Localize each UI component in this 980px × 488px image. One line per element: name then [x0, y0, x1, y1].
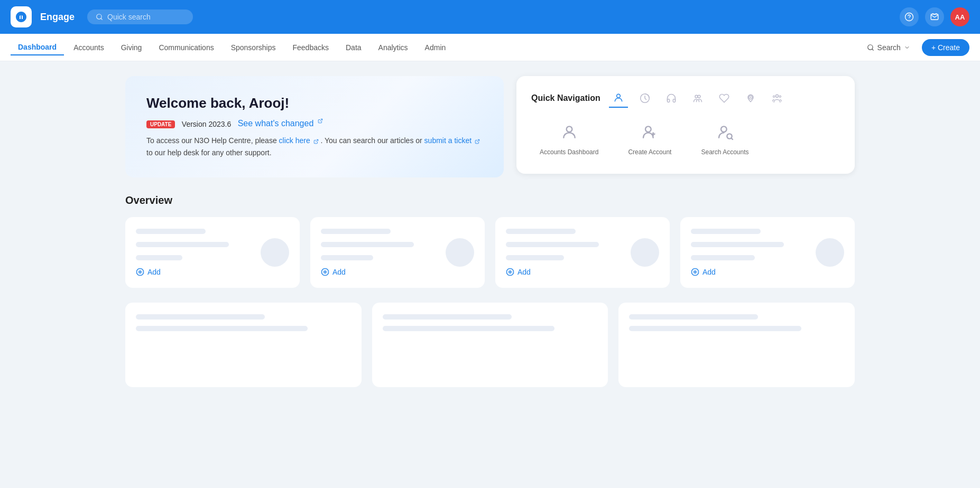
overview-title: Overview — [125, 194, 855, 207]
overview-card-r2-1 — [125, 303, 362, 387]
main-content: Welcome back, Arooj! UPDATE Version 2023… — [94, 61, 886, 402]
overview-cards-row2 — [125, 303, 855, 387]
qn-tab-accounts[interactable] — [609, 89, 628, 108]
skeleton-circle — [446, 238, 474, 267]
nav-item-admin[interactable]: Admin — [418, 40, 454, 55]
quick-nav-card: Quick Navigation — [516, 76, 855, 174]
app-logo[interactable] — [11, 6, 32, 27]
skeleton-line — [136, 229, 206, 234]
nav-item-communications[interactable]: Communications — [151, 40, 221, 55]
welcome-card: Welcome back, Arooj! UPDATE Version 2023… — [125, 76, 504, 177]
skeleton-line — [321, 255, 373, 260]
skeleton-line — [691, 229, 761, 234]
overview-card-4: Add — [680, 217, 855, 288]
topbar: Engage Quick search AA — [0, 0, 980, 34]
quick-nav-header: Quick Navigation — [531, 89, 840, 108]
nav-item-feedbacks[interactable]: Feedbacks — [285, 40, 336, 55]
quick-search-placeholder: Quick search — [107, 13, 151, 21]
accounts-dashboard-label: Accounts Dashboard — [540, 148, 598, 156]
quick-nav-title: Quick Navigation — [531, 93, 600, 103]
click-here-link[interactable]: click here — [279, 136, 310, 145]
app-title: Engage — [40, 12, 75, 23]
welcome-username: Arooj! — [249, 95, 290, 111]
version-text: Version 2023.6 — [182, 120, 231, 128]
skeleton-circle — [816, 238, 844, 267]
update-badge: UPDATE — [146, 120, 175, 128]
card-add-button-3[interactable]: Add — [506, 268, 659, 276]
nav-item-analytics[interactable]: Analytics — [371, 40, 415, 55]
card-add-button-2[interactable]: Add — [321, 268, 474, 276]
qn-tab-giving[interactable] — [635, 89, 654, 108]
create-account-item[interactable]: Create Account — [620, 118, 680, 161]
nav-item-dashboard[interactable]: Dashboard — [11, 40, 64, 55]
topbar-actions: AA — [900, 7, 969, 26]
create-button[interactable]: + Create — [922, 39, 969, 56]
see-whats-changed-link[interactable]: See what's changed — [238, 119, 314, 128]
svg-point-8 — [698, 95, 700, 98]
qn-tab-data[interactable] — [741, 89, 760, 108]
svg-point-2 — [909, 18, 909, 19]
qn-tab-analytics[interactable] — [768, 89, 787, 108]
navbar: Dashboard Accounts Giving Communications… — [0, 34, 980, 61]
overview-card-r2-3 — [618, 303, 855, 387]
skeleton-line — [691, 242, 784, 247]
accounts-dashboard-item[interactable]: Accounts Dashboard — [531, 118, 607, 161]
search-accounts-icon — [717, 124, 734, 144]
nav-item-data[interactable]: Data — [338, 40, 369, 55]
skeleton-line — [506, 229, 576, 234]
nav-right: Search + Create — [862, 39, 969, 56]
skeleton-line — [136, 255, 182, 260]
nav-item-accounts[interactable]: Accounts — [66, 40, 112, 55]
svg-point-10 — [750, 97, 751, 98]
svg-point-12 — [779, 96, 781, 97]
skeleton-circle — [261, 238, 289, 267]
welcome-area: Welcome back, Arooj! UPDATE Version 2023… — [125, 76, 855, 177]
nav-item-giving[interactable]: Giving — [114, 40, 150, 55]
svg-point-14 — [566, 126, 572, 132]
welcome-prefix: Welcome back, — [146, 95, 249, 111]
skeleton-line — [691, 255, 755, 260]
quick-search[interactable]: Quick search — [87, 10, 193, 24]
skeleton-circle — [631, 238, 659, 267]
accounts-dashboard-icon — [561, 124, 578, 144]
skeleton-line — [506, 255, 564, 260]
overview-card-3: Add — [495, 217, 670, 288]
overview-cards-row1: Add Add — [125, 217, 855, 288]
nav-search-button[interactable]: Search — [862, 40, 916, 55]
overview-card-r2-2 — [372, 303, 608, 387]
skeleton-line — [321, 229, 391, 234]
qn-tab-feedbacks[interactable] — [715, 89, 734, 108]
svg-point-11 — [775, 95, 778, 97]
nav-item-sponsorships[interactable]: Sponsorships — [224, 40, 283, 55]
quick-nav-items: Accounts Dashboard Create Account — [531, 118, 840, 161]
svg-point-13 — [773, 96, 774, 97]
create-account-label: Create Account — [628, 148, 671, 156]
help-button[interactable] — [900, 7, 919, 26]
nav-search-label: Search — [877, 43, 901, 52]
create-account-icon — [641, 124, 658, 144]
create-button-label: + Create — [931, 43, 960, 52]
search-accounts-item[interactable]: Search Accounts — [692, 118, 757, 161]
qn-tab-sponsorships[interactable] — [688, 89, 707, 108]
svg-point-1 — [905, 13, 913, 21]
help-text: To access our N3O Help Centre, please cl… — [146, 135, 483, 158]
search-accounts-label: Search Accounts — [701, 148, 748, 156]
notifications-button[interactable] — [925, 7, 944, 26]
version-row: UPDATE Version 2023.6 See what's changed — [146, 117, 483, 128]
svg-point-5 — [616, 94, 620, 98]
skeleton-line — [506, 242, 599, 247]
quick-nav-icon-tabs — [609, 89, 787, 108]
skeleton-line — [136, 242, 229, 247]
overview-card-1: Add — [125, 217, 300, 288]
submit-ticket-link[interactable]: submit a ticket — [424, 136, 471, 145]
user-avatar[interactable]: AA — [950, 7, 969, 26]
card-add-button-4[interactable]: Add — [691, 268, 844, 276]
card-add-button-1[interactable]: Add — [136, 268, 289, 276]
qn-tab-communications[interactable] — [662, 89, 681, 108]
nav-items: Dashboard Accounts Giving Communications… — [11, 40, 862, 55]
svg-point-17 — [721, 126, 727, 132]
overview-card-2: Add — [310, 217, 485, 288]
svg-point-15 — [645, 126, 651, 132]
welcome-title: Welcome back, Arooj! — [146, 95, 483, 111]
skeleton-line — [321, 242, 414, 247]
